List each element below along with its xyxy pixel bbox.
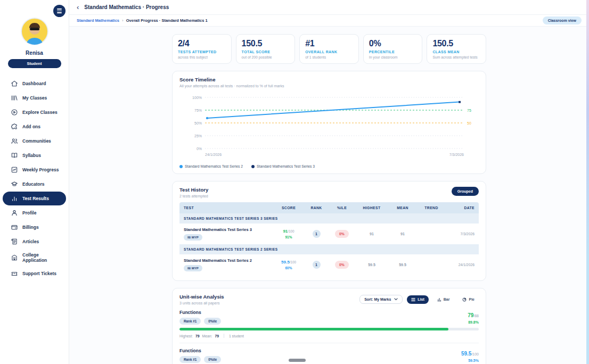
sidebar-item-label: Support Tickets — [22, 271, 56, 276]
stat-card-tests-attempted: 2/4 TESTS ATTEMPTED across this subject — [172, 34, 232, 64]
horizontal-scrollbar-thumb[interactable] — [289, 359, 306, 362]
graduation-cap-icon — [11, 180, 18, 188]
bar-icon — [437, 297, 441, 302]
view-toggle-list[interactable]: List — [407, 295, 428, 304]
sidebar-item-test-results[interactable]: Test Results — [3, 192, 66, 205]
sidebar-item-label: Add ons — [22, 124, 40, 129]
unit-score-percent: 89.8% — [468, 320, 479, 324]
sidebar-item-label: Profile — [22, 210, 36, 216]
sidebar: Renisa Student Dashboard My Classes Expl… — [0, 0, 69, 364]
sidebar-item-support-tickets[interactable]: Support Tickets — [3, 267, 66, 280]
stat-label: TESTS ATTEMPTED — [178, 50, 226, 54]
unit-name: Functions — [179, 348, 221, 353]
col-highest: HIGHEST — [355, 202, 388, 213]
stat-sub: In your classroom — [369, 55, 417, 59]
profile-name: Renisa — [0, 50, 69, 56]
sidebar-item-college-application[interactable]: College Application — [3, 249, 66, 266]
unit-analysis-card: Unit-wise Analysis 3 units across all pa… — [172, 288, 486, 364]
sidebar-item-communities[interactable]: Communities — [3, 134, 66, 148]
legend-label: Standard Mathematics Test Series 2 — [185, 164, 243, 168]
x-tick: 7/3/2026 — [449, 153, 464, 156]
legend-item-series3: Standard Mathematics Test Series 3 — [251, 164, 315, 168]
puzzle-icon — [11, 123, 18, 130]
threshold-label-75: 75 — [467, 109, 471, 112]
stat-card-total-score: 150.5 TOTAL SCORE out of 200 possible — [236, 34, 296, 64]
percentile-badge: 0%ile — [204, 356, 221, 363]
sidebar-item-educators[interactable]: Educators — [3, 177, 66, 191]
unit-progress-bar — [179, 328, 479, 330]
mean-label: Mean: — [202, 334, 212, 338]
col-test: TEST — [179, 202, 273, 213]
stat-card-percentile: 0% PERCENTILE In your classroom — [363, 34, 423, 64]
sidebar-item-dashboard[interactable]: Dashboard — [3, 77, 66, 90]
table-header-row: TEST SCORE RANK %ILE HIGHEST MEAN TREND … — [179, 202, 479, 213]
view-toggle-pie[interactable]: Pie — [458, 295, 479, 304]
page-title: Standard Mathematics · Progress — [84, 4, 169, 10]
score-series-line — [207, 102, 460, 118]
sidebar-item-weekly-progress[interactable]: Weekly Progress — [3, 163, 66, 177]
breadcrumb-current: Overall Progress · Standard Mathematics … — [126, 18, 208, 23]
sidebar-item-label: Educators — [22, 181, 45, 187]
hamburger-menu-button[interactable] — [53, 5, 66, 17]
wallet-icon — [11, 224, 18, 231]
back-button[interactable]: ‹ — [77, 4, 79, 11]
sidebar-item-articles[interactable]: Articles — [3, 235, 66, 249]
profile-role-badge: Student — [8, 59, 61, 68]
explore-play-icon — [11, 109, 18, 116]
students-count: 1 student — [229, 334, 244, 338]
y-tick: 25% — [194, 134, 202, 138]
stat-value: 150.5 — [432, 39, 480, 48]
stats-row: 2/4 TESTS ATTEMPTED across this subject … — [172, 34, 486, 64]
legend-item-series2: Standard Mathematics Test Series 2 — [179, 164, 243, 168]
unit-analysis-subtitle: 3 units across all papers — [179, 301, 224, 305]
unit-score-total: /100 — [471, 352, 479, 356]
stat-value: 0% — [369, 39, 417, 48]
view-toggle-bar[interactable]: Bar — [433, 295, 454, 304]
curriculum-badge: IB MYP — [184, 234, 202, 241]
sidebar-nav: Dashboard My Classes Explore Classes Add… — [0, 77, 69, 280]
highest-value: 59.5 — [355, 263, 388, 267]
sidebar-item-billings[interactable]: Billings — [3, 220, 66, 234]
sidebar-item-add-ons[interactable]: Add ons — [3, 120, 66, 134]
sidebar-item-my-classes[interactable]: My Classes — [3, 91, 66, 105]
score-percent: 91% — [277, 235, 300, 239]
grouped-toggle-button[interactable]: Grouped — [452, 187, 479, 196]
stat-label: TOTAL SCORE — [242, 50, 290, 54]
score-timeline-card: Score Timeline All your attempts across … — [172, 71, 486, 174]
view-label: Pie — [469, 297, 475, 301]
sidebar-item-label: Billings — [22, 225, 39, 230]
unit-row-functions-1[interactable]: Functions Rank #1 0%ile 79/88 89.8% — [179, 305, 479, 339]
unit-row-functions-2[interactable]: Functions Rank #1 0%ile 59.5/100 59.5% — [179, 343, 479, 364]
col-trend: TREND — [417, 202, 446, 213]
breadcrumb-link-subject[interactable]: Standard Mathematics — [77, 18, 119, 23]
table-row-test-series2[interactable]: Standard Mathematics Test Series 2 IB MY… — [179, 254, 479, 275]
sidebar-item-profile[interactable]: Profile — [3, 206, 66, 220]
stat-value: 150.5 — [242, 39, 290, 48]
sidebar-item-label: Communities — [22, 138, 51, 144]
classroom-view-button[interactable]: Classroom view — [543, 16, 582, 24]
highest-label: Highest: — [179, 334, 193, 338]
people-icon — [11, 137, 18, 145]
data-point-series2 — [206, 117, 208, 119]
rank-badge: 1 — [313, 261, 321, 269]
vertical-scrollbar[interactable] — [586, 0, 589, 364]
legend-dot — [251, 165, 255, 168]
sort-dropdown[interactable]: Sort: My Marks — [359, 295, 403, 304]
sidebar-item-explore-classes[interactable]: Explore Classes — [3, 105, 66, 119]
highest-value: 79 — [195, 334, 200, 338]
unit-name: Functions — [179, 310, 221, 315]
view-label: Bar — [444, 297, 450, 301]
data-point-series3 — [459, 101, 461, 103]
top-header: ‹ Standard Mathematics · Progress — [69, 0, 589, 15]
col-date: DATE — [446, 202, 479, 213]
table-row-test-series3[interactable]: Standard Mathematics Test Series 3 IB MY… — [179, 224, 479, 244]
rank-badge: Rank #1 — [179, 318, 201, 325]
stat-card-class-mean: 150.5 CLASS MEAN Sum across attempted te… — [427, 34, 486, 64]
legend-dot — [179, 165, 183, 168]
rank-badge: Rank #1 — [179, 356, 201, 363]
sidebar-item-syllabus[interactable]: Syllabus — [3, 148, 66, 162]
sidebar-item-label: Articles — [22, 239, 39, 244]
unit-score-total: /88 — [473, 314, 479, 318]
book-icon — [11, 152, 18, 159]
test-history-table: TEST SCORE RANK %ILE HIGHEST MEAN TREND … — [179, 202, 479, 275]
